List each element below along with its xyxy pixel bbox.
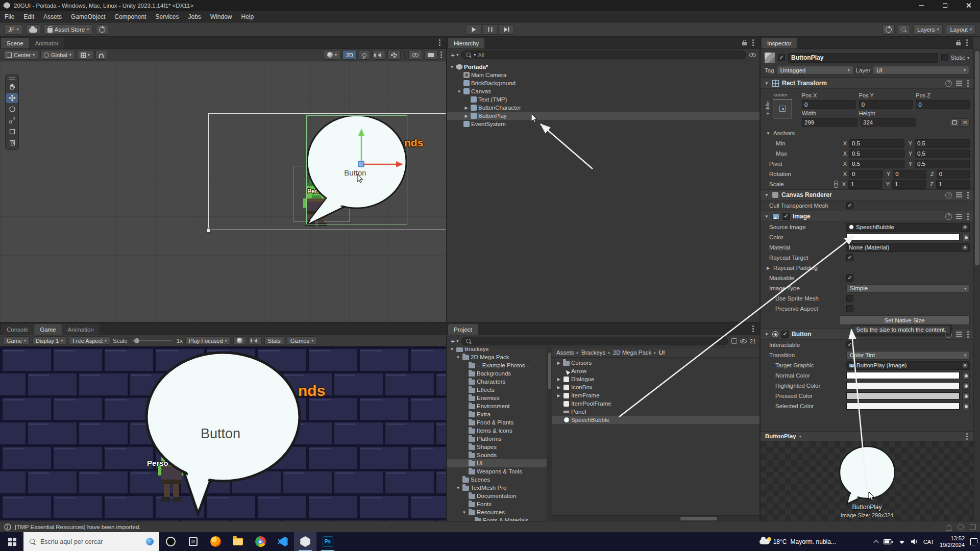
lock-icon[interactable] xyxy=(956,42,961,45)
hidden-objects-button[interactable] xyxy=(408,50,422,60)
overflow-menu-icon[interactable] xyxy=(440,54,442,56)
folder-environment[interactable]: Environment xyxy=(447,402,547,410)
foldout-icon[interactable]: ▼ xyxy=(764,193,769,197)
overflow-menu-icon[interactable] xyxy=(439,42,440,43)
start-button[interactable] xyxy=(0,532,23,551)
display-dropdown[interactable]: Display 1▾ xyxy=(32,336,66,345)
asset-itempoolframe[interactable]: ItemPoolFrame xyxy=(552,399,760,408)
folder-items-icons[interactable]: Items & Icons xyxy=(447,427,547,435)
project-search-input[interactable] xyxy=(461,337,728,345)
expander-icon[interactable]: ▼ xyxy=(461,510,467,515)
object-picker-icon[interactable] xyxy=(962,362,968,369)
progress-icon[interactable] xyxy=(958,524,964,530)
blueprint-mode-button[interactable] xyxy=(950,118,959,127)
raw-edit-mode-button[interactable]: R xyxy=(961,118,970,127)
hierarchy-item-buttonplay[interactable]: ▶ButtonPlay xyxy=(447,112,760,120)
folder-weapons-tools[interactable]: Weapons & Tools xyxy=(447,467,547,475)
rotate-tool-button[interactable] xyxy=(6,104,18,114)
lighting-toggle-button[interactable] xyxy=(359,50,370,60)
overflow-menu-icon[interactable] xyxy=(967,334,969,335)
game-target-dropdown[interactable]: Game▾ xyxy=(3,336,30,345)
transform-tool-button[interactable] xyxy=(6,138,18,148)
taskbar-app-firefox[interactable] xyxy=(204,532,227,551)
rect-transform-header[interactable]: ▼ Rect Transform xyxy=(761,78,973,89)
rotation-z-field[interactable]: 0 xyxy=(937,170,970,179)
eyedropper-icon[interactable] xyxy=(962,392,970,400)
help-icon[interactable] xyxy=(945,80,952,87)
game-tab-animation[interactable]: Animation xyxy=(62,324,100,335)
visibility-icon[interactable] xyxy=(740,339,747,343)
folder-enemies[interactable]: Enemies xyxy=(447,394,547,402)
presets-icon[interactable] xyxy=(956,192,962,193)
object-picker-icon[interactable] xyxy=(962,244,968,251)
foldout-icon[interactable]: ▶ xyxy=(766,266,771,270)
cache-server-icon[interactable] xyxy=(970,524,976,530)
raycast-padding-foldout[interactable]: ▶ Raycast Padding xyxy=(761,263,973,273)
scrollbar-thumb[interactable] xyxy=(680,517,717,520)
hierarchy-item-eventsystem[interactable]: EventSystem xyxy=(447,120,760,128)
close-button[interactable] xyxy=(957,0,980,11)
use-sprite-mesh-checkbox[interactable] xyxy=(846,295,853,302)
frame-debugger-button[interactable] xyxy=(233,336,246,345)
height-field[interactable]: 324 xyxy=(861,118,916,127)
overflow-menu-icon[interactable] xyxy=(752,328,754,330)
overflow-menu-icon[interactable] xyxy=(967,194,969,196)
folder-brackeys[interactable]: ▼Brackeys xyxy=(447,347,547,353)
foldout-icon[interactable]: ▼ xyxy=(764,332,769,337)
taskbar-app-ring[interactable] xyxy=(159,532,182,551)
refresh-button[interactable] xyxy=(96,24,108,35)
folder-platforms[interactable]: Platforms xyxy=(447,435,547,443)
aspect-dropdown[interactable]: Free Aspect▾ xyxy=(69,336,110,345)
status-message[interactable]: [TMP Essential Resources] have been impo… xyxy=(15,524,141,530)
selected-color-swatch[interactable] xyxy=(846,403,960,410)
expander-icon[interactable]: ▼ xyxy=(455,486,461,490)
play-button[interactable] xyxy=(466,24,482,35)
shading-mode-button[interactable]: ▾ xyxy=(324,50,340,60)
layout-dropdown[interactable]: Layout ▾ xyxy=(946,24,976,35)
menu-window[interactable]: Window xyxy=(206,13,237,20)
taskbar-app-vscode[interactable] xyxy=(272,532,294,551)
anchor-preset-icon[interactable] xyxy=(773,99,792,118)
step-button[interactable] xyxy=(499,24,514,35)
menu-gameobject[interactable]: GameObject xyxy=(66,13,110,20)
package-icon[interactable] xyxy=(731,338,737,344)
game-viewport[interactable]: Perso Button nds xyxy=(0,346,446,521)
cull-checkbox[interactable] xyxy=(846,202,853,209)
expander-icon[interactable]: ▶ xyxy=(556,385,561,390)
folder-effects[interactable]: Effects xyxy=(447,386,547,394)
volume-icon[interactable] xyxy=(911,539,918,544)
language-indicator[interactable]: CAT xyxy=(923,539,934,545)
preview-header[interactable]: ButtonPlay ▾ xyxy=(761,431,973,441)
anchor-preset-widget[interactable]: center middle xyxy=(765,92,797,121)
wifi-icon[interactable] xyxy=(898,539,905,544)
normal-color-swatch[interactable] xyxy=(846,372,960,379)
folder-sounds[interactable]: Sounds xyxy=(447,451,547,459)
max-x-field[interactable]: 0.5 xyxy=(849,149,904,158)
help-icon[interactable] xyxy=(945,192,952,198)
max-y-field[interactable]: 0.5 xyxy=(915,149,970,158)
expander-icon[interactable]: ▼ xyxy=(449,65,455,69)
action-center-icon[interactable] xyxy=(970,538,977,545)
folder-2d-mega-pack[interactable]: ▼2D Mega Pack xyxy=(447,353,547,361)
anchors-foldout[interactable]: ▼ Anchors xyxy=(761,128,973,138)
focus-dropdown[interactable]: Play Focused▾ xyxy=(185,336,231,345)
rect-handle[interactable] xyxy=(206,228,211,233)
scrollbar-thumb[interactable] xyxy=(548,353,551,389)
expander-icon[interactable]: ▼ xyxy=(455,355,461,360)
battery-icon[interactable] xyxy=(884,539,893,544)
menu-jobs[interactable]: Jobs xyxy=(183,13,205,20)
drag-handle-icon[interactable] xyxy=(9,77,15,78)
taskbar-app-taskview[interactable] xyxy=(182,532,204,551)
weather-widget[interactable]: 18°C Mayorm. nubla... xyxy=(760,538,836,545)
scale-x-field[interactable]: 1 xyxy=(848,180,882,189)
scene-camera-settings-button[interactable] xyxy=(424,50,437,60)
asset-panel[interactable]: Panel xyxy=(552,408,760,416)
menu-file[interactable]: File xyxy=(0,13,19,20)
scale-y-field[interactable]: 1 xyxy=(892,180,926,189)
image-type-dropdown[interactable]: Simple▾ xyxy=(846,284,970,293)
tool-handle-pivot-button[interactable]: Center ▾ xyxy=(3,50,38,60)
create-asset-button[interactable]: +▾ xyxy=(451,337,458,345)
taskbar-search-input[interactable]: Escriu aquí per cercar xyxy=(23,532,159,551)
overflow-menu-icon[interactable] xyxy=(967,83,969,84)
scale-z-field[interactable]: 1 xyxy=(936,180,970,189)
